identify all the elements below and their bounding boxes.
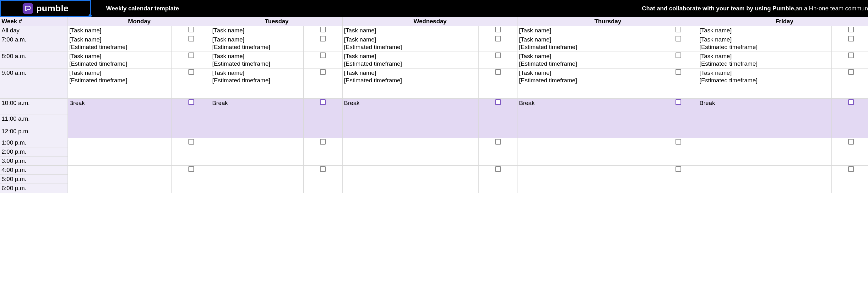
checkbox-icon[interactable]: [848, 27, 854, 32]
cell-check[interactable]: [172, 138, 211, 166]
cell-task[interactable]: [698, 138, 832, 166]
checkbox-icon[interactable]: [848, 139, 854, 145]
cell-task[interactable]: [Task name][Estimated timeframe]: [698, 35, 832, 52]
checkbox-icon[interactable]: [676, 53, 681, 58]
cell-task[interactable]: [Task name][Estimated timeframe]: [518, 35, 659, 52]
checkbox-icon[interactable]: [188, 166, 194, 172]
cell-check[interactable]: [659, 26, 698, 35]
checkbox-icon[interactable]: [848, 99, 854, 105]
cell-task[interactable]: [Task name]: [68, 26, 172, 35]
cell-check[interactable]: [172, 99, 211, 138]
promo-link[interactable]: Chat and collaborate with your team by u…: [642, 0, 868, 17]
cell-check[interactable]: [478, 26, 518, 35]
cell-task[interactable]: [518, 138, 659, 166]
checkbox-icon[interactable]: [676, 27, 681, 32]
cell-check[interactable]: [303, 26, 343, 35]
cell-break[interactable]: Break: [68, 99, 172, 138]
cell-check[interactable]: [659, 166, 698, 193]
cell-task[interactable]: [211, 138, 303, 166]
cell-check[interactable]: [172, 35, 211, 52]
cell-check[interactable]: [172, 52, 211, 68]
logo-cell[interactable]: pumble: [0, 0, 91, 17]
cell-task[interactable]: [Task name][Estimated timeframe]: [211, 68, 303, 99]
cell-task[interactable]: [Task name][Estimated timeframe]: [343, 52, 478, 68]
cell-check[interactable]: [478, 166, 518, 193]
cell-check[interactable]: [659, 35, 698, 52]
cell-task[interactable]: [Task name][Estimated timeframe]: [518, 68, 659, 99]
cell-check[interactable]: [659, 52, 698, 68]
checkbox-icon[interactable]: [676, 36, 681, 41]
checkbox-icon[interactable]: [495, 99, 501, 105]
cell-task[interactable]: [68, 138, 172, 166]
checkbox-icon[interactable]: [495, 166, 501, 172]
checkbox-icon[interactable]: [676, 166, 681, 172]
cell-check[interactable]: [832, 26, 868, 35]
checkbox-icon[interactable]: [320, 166, 326, 172]
cell-check[interactable]: [303, 166, 343, 193]
cell-task[interactable]: [68, 166, 172, 193]
checkbox-icon[interactable]: [320, 139, 326, 145]
cell-task[interactable]: [Task name]: [518, 26, 659, 35]
cell-check[interactable]: [478, 138, 518, 166]
cell-break[interactable]: Break: [211, 99, 303, 138]
checkbox-icon[interactable]: [676, 139, 681, 145]
cell-task[interactable]: [211, 166, 303, 193]
checkbox-icon[interactable]: [188, 53, 194, 58]
cell-task[interactable]: [Task name]: [343, 26, 478, 35]
cell-check[interactable]: [832, 138, 868, 166]
checkbox-icon[interactable]: [188, 139, 194, 145]
cell-check[interactable]: [478, 52, 518, 68]
cell-check[interactable]: [659, 99, 698, 138]
checkbox-icon[interactable]: [495, 139, 501, 145]
cell-check[interactable]: [832, 68, 868, 99]
checkbox-icon[interactable]: [495, 69, 501, 75]
checkbox-icon[interactable]: [320, 27, 326, 32]
cell-task[interactable]: [Task name][Estimated timeframe]: [68, 35, 172, 52]
checkbox-icon[interactable]: [495, 27, 501, 32]
checkbox-icon[interactable]: [188, 36, 194, 41]
cell-check[interactable]: [832, 35, 868, 52]
cell-task[interactable]: [343, 166, 478, 193]
cell-check[interactable]: [478, 99, 518, 138]
checkbox-icon[interactable]: [188, 69, 194, 75]
checkbox-icon[interactable]: [320, 53, 326, 58]
cell-break[interactable]: Break: [518, 99, 659, 138]
checkbox-icon[interactable]: [495, 53, 501, 58]
cell-task[interactable]: [Task name][Estimated timeframe]: [518, 52, 659, 68]
checkbox-icon[interactable]: [188, 99, 194, 105]
cell-task[interactable]: [Task name][Estimated timeframe]: [68, 52, 172, 68]
checkbox-icon[interactable]: [676, 99, 681, 105]
checkbox-icon[interactable]: [495, 36, 501, 41]
cell-check[interactable]: [172, 68, 211, 99]
checkbox-icon[interactable]: [676, 69, 681, 75]
checkbox-icon[interactable]: [320, 99, 326, 105]
checkbox-icon[interactable]: [320, 69, 326, 75]
checkbox-icon[interactable]: [188, 27, 194, 32]
cell-check[interactable]: [172, 166, 211, 193]
cell-task[interactable]: [Task name]: [211, 26, 303, 35]
cell-check[interactable]: [478, 35, 518, 52]
checkbox-icon[interactable]: [848, 69, 854, 75]
cell-task[interactable]: [Task name][Estimated timeframe]: [698, 68, 832, 99]
checkbox-icon[interactable]: [320, 36, 326, 41]
cell-check[interactable]: [832, 166, 868, 193]
cell-task[interactable]: [Task name][Estimated timeframe]: [211, 52, 303, 68]
checkbox-icon[interactable]: [848, 36, 854, 41]
cell-check[interactable]: [303, 68, 343, 99]
cell-task[interactable]: [Task name][Estimated timeframe]: [343, 68, 478, 99]
cell-check[interactable]: [303, 35, 343, 52]
checkbox-icon[interactable]: [848, 53, 854, 58]
checkbox-icon[interactable]: [848, 166, 854, 172]
cell-check[interactable]: [172, 26, 211, 35]
cell-break[interactable]: Break: [343, 99, 478, 138]
cell-check[interactable]: [659, 138, 698, 166]
cell-task[interactable]: [Task name][Estimated timeframe]: [698, 52, 832, 68]
cell-check[interactable]: [478, 68, 518, 99]
cell-check[interactable]: [659, 68, 698, 99]
cell-task[interactable]: [Task name][Estimated timeframe]: [68, 68, 172, 99]
cell-task[interactable]: [Task name][Estimated timeframe]: [211, 35, 303, 52]
cell-check[interactable]: [303, 52, 343, 68]
cell-task[interactable]: [698, 166, 832, 193]
cell-check[interactable]: [303, 138, 343, 166]
cell-check[interactable]: [832, 99, 868, 138]
